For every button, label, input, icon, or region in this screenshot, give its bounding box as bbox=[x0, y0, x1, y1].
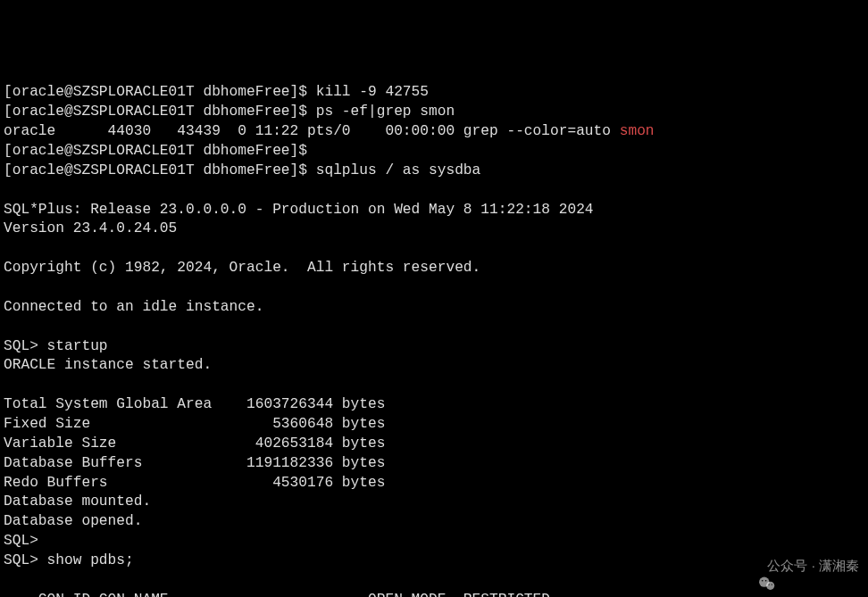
svg-point-2 bbox=[762, 580, 764, 582]
terminal: [oracle@SZSPLORACLE01T dbhomeFree]$ kill… bbox=[4, 83, 864, 597]
svg-point-4 bbox=[769, 585, 770, 585]
watermark: 公众号 · 潇湘秦 bbox=[742, 556, 859, 576]
svg-point-1 bbox=[766, 582, 774, 590]
wechat-icon bbox=[742, 556, 762, 576]
watermark-text: 公众号 · 潇湘秦 bbox=[767, 557, 859, 575]
svg-point-3 bbox=[765, 580, 767, 582]
svg-point-5 bbox=[772, 585, 772, 585]
